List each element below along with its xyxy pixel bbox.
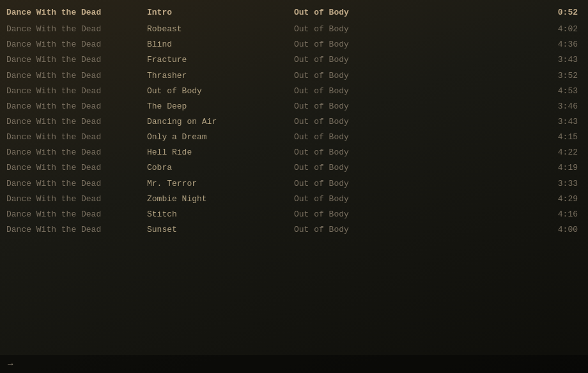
track-album: Out of Body [294,116,390,128]
track-artist: Dance With the Dead [6,193,147,206]
table-row[interactable]: Dance With the Dead Mr. Terror Out of Bo… [0,176,588,192]
header-artist: Dance With the Dead [6,6,147,19]
table-header: Dance With the Dead Intro Out of Body 0:… [0,5,588,20]
table-row[interactable]: Dance With the Dead Only a Dream Out of … [0,130,588,145]
track-album: Out of Body [294,85,390,98]
track-artist: Dance With the Dead [6,146,147,159]
track-duration: 4:15 [539,131,578,144]
track-title: Thrasher [147,70,294,82]
track-album: Out of Body [294,162,390,174]
track-duration: 4:16 [539,208,578,221]
track-title: Zombie Night [147,193,294,206]
track-title: Dancing on Air [147,116,294,128]
header-title: Intro [147,6,294,19]
track-duration: 3:43 [539,54,578,66]
track-duration: 3:52 [539,70,578,82]
track-duration: 3:46 [539,100,578,113]
track-duration: 4:02 [539,23,578,36]
track-album: Out of Body [294,23,390,36]
track-artist: Dance With the Dead [6,38,147,51]
track-title: Hell Ride [147,146,294,159]
arrow-icon: → [8,359,13,369]
track-title: Mr. Terror [147,178,294,190]
track-artist: Dance With the Dead [6,116,147,128]
track-duration: 3:43 [539,116,578,128]
track-duration: 4:00 [539,224,578,236]
bottom-bar: → [0,355,588,373]
table-row[interactable]: Dance With the Dead Cobra Out of Body 4:… [0,160,588,176]
track-artist: Dance With the Dead [6,100,147,113]
track-artist: Dance With the Dead [6,162,147,174]
track-duration: 4:53 [539,85,578,98]
track-album: Out of Body [294,54,390,66]
table-row[interactable]: Dance With the Dead Fracture Out of Body… [0,52,588,68]
table-row[interactable]: Dance With the Dead Stitch Out of Body 4… [0,207,588,222]
track-artist: Dance With the Dead [6,224,147,236]
table-row[interactable]: Dance With the Dead Hell Ride Out of Bod… [0,145,588,160]
track-album: Out of Body [294,131,390,144]
track-duration: 4:29 [539,193,578,206]
table-row[interactable]: Dance With the Dead Dancing on Air Out o… [0,114,588,130]
track-artist: Dance With the Dead [6,54,147,66]
track-artist: Dance With the Dead [6,23,147,36]
track-artist: Dance With the Dead [6,70,147,82]
track-album: Out of Body [294,70,390,82]
track-duration: 4:36 [539,38,578,51]
header-album: Out of Body [294,6,390,19]
track-album: Out of Body [294,193,390,206]
track-list: Dance With the Dead Intro Out of Body 0:… [0,0,588,243]
table-row[interactable]: Dance With the Dead Out of Body Out of B… [0,84,588,99]
track-title: Only a Dream [147,131,294,144]
track-title: Cobra [147,162,294,174]
track-title: Blind [147,38,294,51]
track-album: Out of Body [294,208,390,221]
track-duration: 4:22 [539,146,578,159]
track-album: Out of Body [294,38,390,51]
track-title: Fracture [147,54,294,66]
track-artist: Dance With the Dead [6,178,147,190]
table-row[interactable]: Dance With the Dead Sunset Out of Body 4… [0,222,588,238]
track-title: Robeast [147,23,294,36]
track-artist: Dance With the Dead [6,85,147,98]
track-title: Sunset [147,224,294,236]
table-row[interactable]: Dance With the Dead Thrasher Out of Body… [0,68,588,84]
table-row[interactable]: Dance With the Dead Robeast Out of Body … [0,22,588,37]
track-artist: Dance With the Dead [6,208,147,221]
track-title: Out of Body [147,85,294,98]
table-row[interactable]: Dance With the Dead Zombie Night Out of … [0,192,588,207]
track-album: Out of Body [294,224,390,236]
table-row[interactable]: Dance With the Dead The Deep Out of Body… [0,99,588,114]
track-album: Out of Body [294,146,390,159]
track-album: Out of Body [294,178,390,190]
track-title: Stitch [147,208,294,221]
header-duration: 0:52 [539,6,578,19]
track-album: Out of Body [294,100,390,113]
track-duration: 3:33 [539,178,578,190]
track-artist: Dance With the Dead [6,131,147,144]
track-duration: 4:19 [539,162,578,174]
table-row[interactable]: Dance With the Dead Blind Out of Body 4:… [0,37,588,52]
track-title: The Deep [147,100,294,113]
